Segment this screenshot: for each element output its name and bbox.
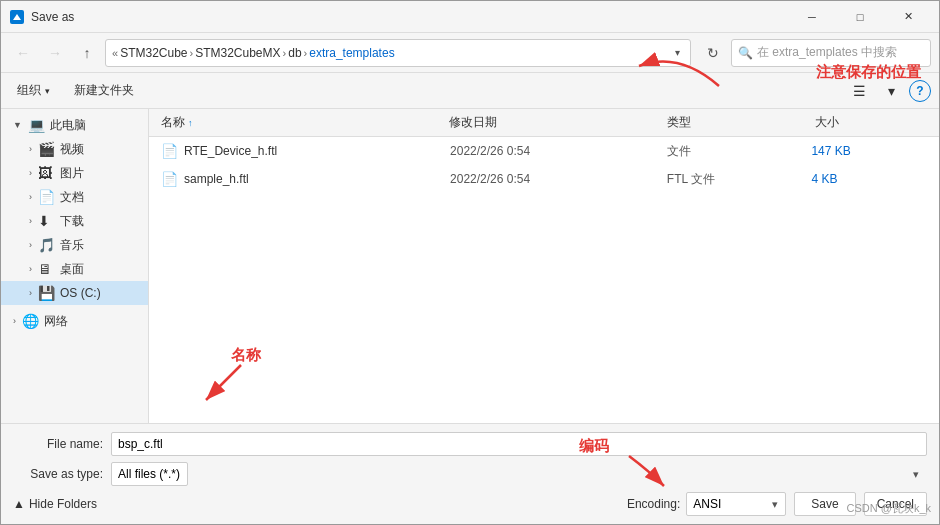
- sidebar-label-downloads: 下载: [60, 213, 84, 230]
- sidebar-item-downloads[interactable]: › ⬇ 下载: [1, 209, 148, 233]
- organize-label: 组织: [17, 82, 41, 99]
- forward-button[interactable]: →: [41, 39, 69, 67]
- encoding-select-wrap: ANSI: [686, 492, 786, 516]
- sidebar-label-network: 网络: [44, 313, 68, 330]
- breadcrumb-stm32cube: STM32Cube: [120, 46, 187, 60]
- saveastype-select[interactable]: All files (*.*): [111, 462, 188, 486]
- search-placeholder: 在 extra_templates 中搜索: [757, 44, 897, 61]
- sidebar-item-this-pc[interactable]: ▼ 💻 此电脑: [1, 113, 148, 137]
- desktop-icon: 🖥: [38, 261, 56, 277]
- title-bar: Save as ─ □ ✕: [1, 1, 939, 33]
- filename-input[interactable]: [111, 432, 927, 456]
- file-icon-rte: 📄: [161, 143, 178, 159]
- this-pc-icon: 💻: [28, 117, 46, 133]
- column-name-header[interactable]: 名称 ↑: [157, 114, 445, 131]
- music-icon: 🎵: [38, 237, 56, 253]
- file-date-rte: 2022/2/26 0:54: [450, 144, 667, 158]
- back-button[interactable]: ←: [9, 39, 37, 67]
- file-rows: 📄 RTE_Device_h.ftl 2022/2/26 0:54 文件 147…: [149, 137, 939, 423]
- expand-icon: ▼: [13, 120, 22, 130]
- filename-row: File name:: [13, 432, 927, 456]
- action-bar: 组织 ▾ 新建文件夹 ☰ ▾ ?: [1, 73, 939, 109]
- breadcrumb-stm32cubemx: STM32CubeMX: [195, 46, 280, 60]
- encoding-wrapper: Encoding: ANSI: [627, 492, 786, 516]
- bottom-area: 名称 编码 File name: Save as type:: [1, 423, 939, 524]
- footer-row: ▲ Hide Folders Encoding: ANSI Save Cance…: [13, 492, 927, 516]
- breadcrumb-extra-templates: extra_templates: [309, 46, 394, 60]
- column-size-header[interactable]: 大小: [811, 114, 931, 131]
- file-size-sample: 4 KB: [811, 172, 927, 186]
- minimize-button[interactable]: ─: [789, 5, 835, 29]
- sidebar-item-music[interactable]: › 🎵 音乐: [1, 233, 148, 257]
- maximize-button[interactable]: □: [837, 5, 883, 29]
- encoding-select[interactable]: ANSI: [686, 492, 786, 516]
- saveastype-label: Save as type:: [13, 467, 103, 481]
- saveastype-row: Save as type: All files (*.*): [13, 462, 927, 486]
- main-content: ▼ 💻 此电脑 › 🎬 视频 › 🖼 图片 › 📄 文档 › ⬇: [1, 109, 939, 423]
- sidebar-label-pictures: 图片: [60, 165, 84, 182]
- table-row[interactable]: 📄 RTE_Device_h.ftl 2022/2/26 0:54 文件 147…: [149, 137, 939, 165]
- file-type-sample: FTL 文件: [667, 171, 812, 188]
- file-list: 名称 ↑ 修改日期 类型 大小 📄 RTE_Device_h.ftl: [149, 109, 939, 423]
- saveastype-select-wrapper: All files (*.*): [111, 462, 927, 486]
- column-date-label: 修改日期: [449, 114, 497, 131]
- address-bar[interactable]: « STM32Cube › STM32CubeMX › db › extra_t…: [105, 39, 691, 67]
- sidebar-label-documents: 文档: [60, 189, 84, 206]
- network-expand-icon: ›: [13, 316, 16, 326]
- sidebar-item-network[interactable]: › 🌐 网络: [1, 309, 148, 333]
- breadcrumb: « STM32Cube › STM32CubeMX › db › extra_t…: [112, 46, 671, 60]
- sidebar-item-desktop[interactable]: › 🖥 桌面: [1, 257, 148, 281]
- pictures-expand-icon: ›: [29, 168, 32, 178]
- file-name-rte: 📄 RTE_Device_h.ftl: [161, 143, 450, 159]
- filename-label: File name:: [13, 437, 103, 451]
- file-type-rte: 文件: [667, 143, 812, 160]
- file-name-label-sample: sample_h.ftl: [184, 172, 249, 186]
- new-folder-label: 新建文件夹: [74, 82, 134, 99]
- network-icon: 🌐: [22, 313, 40, 329]
- help-button[interactable]: ?: [909, 80, 931, 102]
- sidebar-label-this-pc: 此电脑: [50, 117, 86, 134]
- sidebar-label-video: 视频: [60, 141, 84, 158]
- os-c-icon: 💾: [38, 285, 56, 301]
- column-name-label: 名称: [161, 114, 185, 131]
- file-list-header: 名称 ↑ 修改日期 类型 大小: [149, 109, 939, 137]
- video-expand-icon: ›: [29, 144, 32, 154]
- title-bar-buttons: ─ □ ✕: [789, 5, 931, 29]
- close-button[interactable]: ✕: [885, 5, 931, 29]
- file-icon-sample: 📄: [161, 171, 178, 187]
- sort-icon: ↑: [188, 118, 193, 128]
- sidebar-item-pictures[interactable]: › 🖼 图片: [1, 161, 148, 185]
- sidebar-label-music: 音乐: [60, 237, 84, 254]
- refresh-button[interactable]: ↻: [699, 39, 727, 67]
- title-bar-title: Save as: [31, 10, 789, 24]
- organize-chevron-icon: ▾: [45, 86, 50, 96]
- encoding-label: Encoding:: [627, 497, 680, 511]
- sidebar-label-desktop: 桌面: [60, 261, 84, 278]
- hide-folders-toggle[interactable]: ▲ Hide Folders: [13, 497, 97, 511]
- file-size-rte: 147 KB: [811, 144, 927, 158]
- search-bar[interactable]: 🔍 在 extra_templates 中搜索: [731, 39, 931, 67]
- address-chevron-icon: ▾: [671, 47, 684, 58]
- up-button[interactable]: ↑: [73, 39, 101, 67]
- new-folder-button[interactable]: 新建文件夹: [66, 79, 142, 102]
- breadcrumb-db: db: [288, 46, 301, 60]
- search-icon: 🔍: [738, 46, 753, 60]
- hide-folders-chevron-icon: ▲: [13, 497, 25, 511]
- organize-button[interactable]: 组织 ▾: [9, 79, 58, 102]
- music-expand-icon: ›: [29, 240, 32, 250]
- documents-icon: 📄: [38, 189, 56, 205]
- sidebar-item-video[interactable]: › 🎬 视频: [1, 137, 148, 161]
- navigation-toolbar: ← → ↑ « STM32Cube › STM32CubeMX › db › e…: [1, 33, 939, 73]
- file-name-sample: 📄 sample_h.ftl: [161, 171, 450, 187]
- sidebar-item-documents[interactable]: › 📄 文档: [1, 185, 148, 209]
- file-date-sample: 2022/2/26 0:54: [450, 172, 667, 186]
- column-type-header[interactable]: 类型: [663, 114, 811, 131]
- view-chevron-button[interactable]: ▾: [877, 77, 905, 105]
- table-row[interactable]: 📄 sample_h.ftl 2022/2/26 0:54 FTL 文件 4 K…: [149, 165, 939, 193]
- hide-folders-label: Hide Folders: [29, 497, 97, 511]
- view-menu-button[interactable]: ☰: [845, 77, 873, 105]
- sidebar-item-os-c[interactable]: › 💾 OS (C:): [1, 281, 148, 305]
- watermark: CSDN @瓦块k_k: [846, 501, 931, 516]
- sidebar: ▼ 💻 此电脑 › 🎬 视频 › 🖼 图片 › 📄 文档 › ⬇: [1, 109, 149, 423]
- column-date-header[interactable]: 修改日期: [445, 114, 663, 131]
